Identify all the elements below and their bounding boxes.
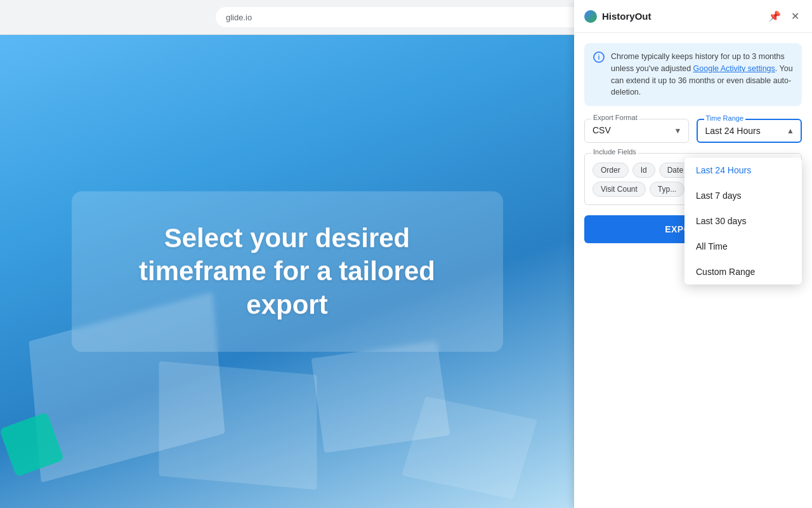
field-chip[interactable]: Typ... (650, 182, 684, 197)
time-range-value: Last 24 Hours (705, 124, 761, 136)
time-range-arrow: ▲ (787, 126, 794, 135)
export-format-label: Export Format (591, 114, 639, 121)
include-fields-label: Include Fields (591, 148, 638, 156)
dropdown-option[interactable]: Custom Range (684, 259, 802, 284)
time-range-label: Time Range (704, 114, 746, 122)
address-text: glide.io (226, 13, 252, 22)
dropdown-option[interactable]: Last 7 days (684, 183, 802, 208)
close-button[interactable]: ✕ (789, 8, 802, 25)
shape-2 (159, 361, 317, 490)
dropdown-option[interactable]: Last 30 days (684, 208, 802, 234)
time-range-field[interactable]: Time Range Last 24 Hours ▲ (697, 119, 802, 143)
main-content: Select your desired timeframe for a tail… (0, 35, 574, 508)
shape-4 (402, 396, 537, 499)
panel-logo (584, 10, 597, 23)
activity-settings-link[interactable]: Google Activity settings (693, 64, 775, 73)
format-time-row: Export Format CSV ▼ Time Range Last 24 H… (584, 119, 802, 143)
export-format-field[interactable]: Export Format CSV ▼ (584, 119, 689, 143)
dropdown-option[interactable]: Last 24 Hours (684, 157, 802, 183)
export-format-arrow: ▼ (674, 126, 682, 135)
dropdown-option[interactable]: All Time (684, 234, 802, 259)
panel-title: HistoryOut (602, 11, 761, 22)
field-chip[interactable]: Id (632, 163, 655, 178)
panel-header: HistoryOut 📌 ✕ (574, 0, 812, 33)
export-format-value: CSV (593, 124, 611, 135)
hero-text: Select your desired timeframe for a tail… (110, 222, 465, 322)
info-icon: i (593, 51, 605, 63)
info-text: Chrome typically keeps history for up to… (611, 51, 793, 98)
side-panel: HistoryOut 📌 ✕ i Chrome typically keeps … (574, 0, 812, 508)
info-box: i Chrome typically keeps history for up … (584, 43, 802, 106)
hero-box: Select your desired timeframe for a tail… (72, 191, 503, 352)
time-range-dropdown: Last 24 HoursLast 7 daysLast 30 daysAll … (684, 157, 802, 284)
field-chip[interactable]: Visit Count (593, 182, 646, 197)
address-bar[interactable]: glide.io (216, 7, 596, 27)
pin-button[interactable]: 📌 (766, 8, 783, 25)
field-chip[interactable]: Order (593, 163, 629, 178)
